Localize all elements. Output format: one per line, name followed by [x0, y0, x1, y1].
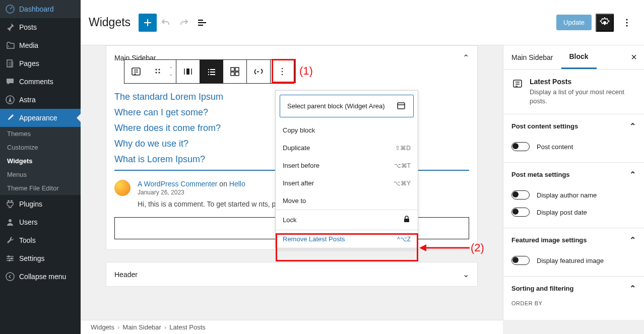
ctx-label: Move to: [283, 197, 306, 205]
toggle-author-name[interactable]: [511, 190, 530, 199]
update-button[interactable]: Update: [556, 15, 592, 30]
toggle-post-content[interactable]: [511, 142, 530, 151]
submenu-theme-file-editor[interactable]: Theme File Editor: [0, 181, 81, 195]
block-type-button[interactable]: [124, 60, 148, 83]
section-title: Post content settings: [511, 122, 578, 130]
svg-point-1: [8, 46, 9, 47]
block-context-menu: Select parent block (Widget Area) Copy b…: [275, 90, 418, 248]
redo-button[interactable]: [175, 14, 193, 32]
add-block-button[interactable]: [139, 14, 157, 32]
nav-label: Posts: [19, 23, 37, 31]
settings-toggle-button[interactable]: [596, 14, 614, 32]
nav-posts[interactable]: Posts: [0, 18, 81, 36]
ctx-remove-block[interactable]: Remove Latest Posts^⌥Z: [276, 230, 418, 248]
nav-plugins[interactable]: Plugins: [0, 195, 81, 213]
nav-pages[interactable]: Pages: [0, 54, 81, 73]
nav-media[interactable]: Media: [0, 36, 81, 54]
breadcrumb-item[interactable]: Main Sidebar: [122, 323, 161, 331]
avatar: [114, 180, 131, 196]
svg-point-24: [282, 68, 283, 69]
ctx-lock[interactable]: Lock: [276, 210, 418, 230]
section-header[interactable]: Post meta settings⌃: [503, 163, 644, 186]
breadcrumb-item[interactable]: Latest Posts: [169, 323, 206, 331]
move-arrows[interactable]: ⌃⌄: [166, 66, 176, 77]
chevron-up-icon: ⌃: [629, 121, 636, 131]
undo-button[interactable]: [157, 14, 175, 32]
toggle-featured-image[interactable]: [511, 256, 530, 265]
svg-rect-28: [404, 219, 409, 222]
nav-comments[interactable]: Comments: [0, 73, 81, 91]
section-header[interactable]: Post content settings⌃: [503, 114, 644, 138]
ctx-insert-before[interactable]: Insert before⌥⌘T: [276, 157, 418, 174]
pin-icon: [5, 22, 15, 32]
nav-users[interactable]: Users: [0, 213, 81, 231]
ctx-duplicate[interactable]: Duplicate⇧⌘D: [276, 139, 418, 157]
toggle-label: Display post date: [537, 209, 587, 216]
submenu-customize[interactable]: Customize: [0, 141, 81, 154]
nav-tools[interactable]: Tools: [0, 231, 81, 249]
ctx-select-parent[interactable]: Select parent block (Widget Area): [280, 95, 414, 117]
widget-area-header[interactable]: Header ⌄: [106, 262, 477, 286]
submenu-themes[interactable]: Themes: [0, 127, 81, 141]
nav-appearance[interactable]: Appearance: [0, 109, 81, 127]
block-name: Latest Posts: [530, 78, 636, 86]
admin-sidebar: Dashboard Posts Media Pages Comments Ast…: [0, 0, 81, 334]
toggle-label: Display featured image: [537, 257, 604, 264]
comment-icon: [5, 77, 15, 87]
nav-dashboard[interactable]: Dashboard: [0, 0, 81, 18]
annotation-label-2: (2): [471, 241, 484, 254]
submenu-menus[interactable]: Menus: [0, 168, 81, 181]
section-title: Sorting and filtering: [511, 285, 574, 292]
svg-rect-19: [186, 69, 189, 75]
tab-widget-area[interactable]: Main Sidebar: [503, 46, 561, 69]
link-button[interactable]: [247, 60, 270, 83]
ctx-copy-block[interactable]: Copy block: [276, 121, 418, 139]
list-view-button[interactable]: [200, 60, 223, 83]
svg-point-12: [626, 22, 628, 23]
ctx-shortcut: ⇧⌘D: [395, 145, 411, 152]
section-header[interactable]: Sorting and filtering⌃: [503, 277, 644, 300]
nav-astra[interactable]: Astra: [0, 91, 81, 109]
align-button[interactable]: [176, 60, 200, 83]
breadcrumb-item[interactable]: Widgets: [91, 323, 114, 331]
svg-point-17: [156, 72, 157, 74]
toggle-label: Display author name: [537, 191, 597, 199]
nav-collapse[interactable]: Collapse menu: [0, 268, 81, 286]
nav-label: Comments: [19, 78, 53, 86]
close-settings-button[interactable]: ×: [624, 51, 644, 63]
settings-panel: Main Sidebar Block × Latest Posts Displa…: [503, 45, 644, 320]
section-title: Featured image settings: [511, 236, 587, 244]
svg-rect-22: [231, 72, 234, 76]
block-card: Latest Posts Display a list of your most…: [503, 70, 644, 114]
chevron-up-icon: ⌃: [629, 284, 636, 293]
brush-icon: [5, 113, 15, 123]
wrench-icon: [5, 235, 15, 245]
svg-point-26: [282, 74, 283, 75]
toggle-post-date[interactable]: [511, 208, 530, 217]
ctx-shortcut: ⌥⌘Y: [394, 180, 411, 187]
page-icon: [5, 58, 15, 69]
sliders-icon: [5, 253, 15, 263]
svg-rect-27: [398, 103, 405, 109]
commenter-link[interactable]: A WordPress Commenter: [138, 180, 217, 188]
block-options-button[interactable]: [271, 60, 294, 83]
nav-settings[interactable]: Settings: [0, 249, 81, 268]
media-icon: [5, 40, 15, 50]
comment-post-link[interactable]: Hello: [229, 180, 245, 188]
section-header[interactable]: Featured image settings⌃: [503, 228, 644, 252]
nav-label: Pages: [19, 59, 39, 68]
on-text: on: [219, 180, 227, 188]
ctx-move-to[interactable]: Move to: [276, 192, 418, 210]
toggle-label: Post content: [537, 143, 573, 151]
move-down-icon[interactable]: ⌄: [169, 72, 173, 77]
drag-handle[interactable]: [148, 60, 166, 83]
appearance-submenu: Themes Customize Widgets Menus Theme Fil…: [0, 127, 81, 195]
grid-view-button[interactable]: [223, 60, 246, 83]
submenu-widgets[interactable]: Widgets: [0, 154, 81, 168]
tab-block[interactable]: Block: [561, 45, 597, 69]
plug-icon: [5, 199, 15, 209]
list-view-button[interactable]: [193, 14, 211, 32]
svg-point-13: [626, 25, 628, 26]
options-button[interactable]: [618, 14, 636, 32]
ctx-insert-after[interactable]: Insert after⌥⌘Y: [276, 174, 418, 192]
